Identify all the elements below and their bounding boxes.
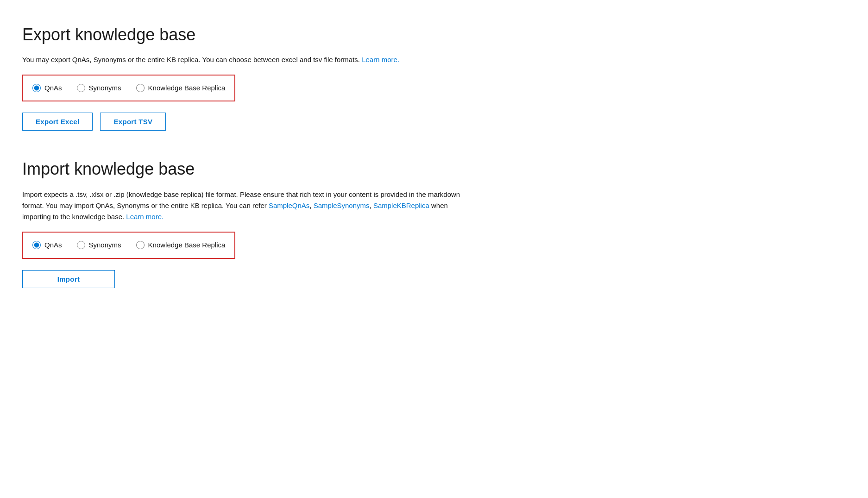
import-radio-group: QnAs Synonyms Knowledge Base Replica bbox=[22, 232, 235, 259]
export-tsv-button[interactable]: Export TSV bbox=[100, 113, 166, 131]
sample-synonyms-link[interactable]: SampleSynonyms bbox=[314, 202, 370, 209]
import-kbreplica-label: Knowledge Base Replica bbox=[148, 240, 226, 251]
import-kbreplica-option[interactable]: Knowledge Base Replica bbox=[136, 240, 226, 251]
import-synonyms-label: Synonyms bbox=[89, 240, 121, 251]
import-button[interactable]: Import bbox=[22, 270, 115, 288]
export-radio-group: QnAs Synonyms Knowledge Base Replica bbox=[22, 75, 235, 102]
export-section-title: Export knowledge base bbox=[22, 22, 846, 47]
import-section: Import knowledge base Import expects a .… bbox=[22, 157, 846, 288]
import-section-description: Import expects a .tsv, .xlsx or .zip (kn… bbox=[22, 189, 467, 222]
export-excel-button[interactable]: Export Excel bbox=[22, 113, 93, 131]
export-synonyms-option[interactable]: Synonyms bbox=[77, 83, 121, 94]
import-kbreplica-radio[interactable] bbox=[136, 241, 145, 249]
export-qnas-radio[interactable] bbox=[32, 84, 41, 92]
export-kbreplica-radio[interactable] bbox=[136, 84, 145, 92]
import-qnas-option[interactable]: QnAs bbox=[32, 240, 62, 251]
import-qnas-label: QnAs bbox=[44, 240, 62, 251]
export-section: Export knowledge base You may export QnA… bbox=[22, 22, 846, 131]
export-kbreplica-option[interactable]: Knowledge Base Replica bbox=[136, 83, 226, 94]
sample-qnas-link[interactable]: SampleQnAs bbox=[269, 202, 309, 209]
export-qnas-option[interactable]: QnAs bbox=[32, 83, 62, 94]
export-synonyms-radio[interactable] bbox=[77, 84, 85, 92]
export-learn-more-link[interactable]: Learn more. bbox=[362, 56, 399, 63]
sample-kbreplica-link[interactable]: SampleKBReplica bbox=[373, 202, 429, 209]
import-learn-more-link[interactable]: Learn more. bbox=[126, 213, 164, 221]
export-button-group: Export Excel Export TSV bbox=[22, 113, 846, 131]
import-synonyms-radio[interactable] bbox=[77, 241, 85, 249]
import-synonyms-option[interactable]: Synonyms bbox=[77, 240, 121, 251]
import-button-group: Import bbox=[22, 270, 846, 288]
export-synonyms-label: Synonyms bbox=[89, 83, 121, 94]
export-section-description: You may export QnAs, Synonyms or the ent… bbox=[22, 55, 439, 65]
export-kbreplica-label: Knowledge Base Replica bbox=[148, 83, 226, 94]
import-section-title: Import knowledge base bbox=[22, 157, 846, 182]
export-qnas-label: QnAs bbox=[44, 83, 62, 94]
import-qnas-radio[interactable] bbox=[32, 241, 41, 249]
